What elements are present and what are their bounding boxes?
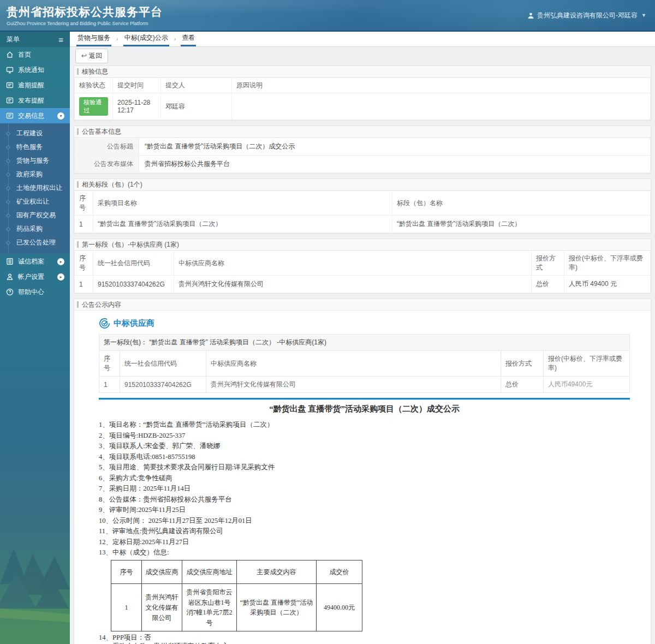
submenu-label: 国有产权交易 xyxy=(16,211,56,220)
monitor-icon xyxy=(5,66,14,74)
field-label: 公告标题 xyxy=(75,138,139,156)
user-name: 贵州弘典建设咨询有限公司-邓廷容 xyxy=(537,11,638,20)
sidebar-item-publish-reminder[interactable]: 发布提醒 xyxy=(0,93,70,108)
submenu-item-goods-services[interactable]: 货物与服务 xyxy=(0,154,70,168)
submenu-label: 工程建设 xyxy=(16,129,43,138)
sidebar-item-account-settings[interactable]: 帐户设置 ▸ xyxy=(0,269,70,284)
quote-value-cell: 人民币49400元 xyxy=(543,377,629,393)
column-header: 成交供应商地址 xyxy=(182,560,237,584)
publish-media-value: 贵州省招标投标公共服务平台 xyxy=(139,156,651,173)
sidebar-item-overdue-reminder[interactable]: 逾期提醒 xyxy=(0,77,70,93)
column-header: 成交供应商 xyxy=(142,560,182,584)
submenu-label: 土地使用权出让 xyxy=(16,183,62,193)
column-header: 采购项目名称 xyxy=(93,191,392,216)
sidebar-item-credit-archive[interactable]: 诚信档案 ▸ xyxy=(0,254,70,269)
column-header: 报价(中标价、下浮率或费率) xyxy=(543,351,629,377)
sidebar-item-home[interactable]: 首页 xyxy=(0,47,70,62)
breadcrumb-separator-icon: › xyxy=(174,35,176,42)
section-title: 核验信息 xyxy=(82,67,108,76)
submenu-item-engineering[interactable]: 工程建设 xyxy=(0,127,70,140)
sidebar-item-label: 首页 xyxy=(18,50,31,59)
submenu-label: 矿业权出让 xyxy=(16,197,49,206)
supplier-address-cell: 贵州省贵阳市云岩区东山巷1号消7幢1单元7层2号 xyxy=(182,584,237,631)
sidebar-item-label: 逾期提醒 xyxy=(18,81,44,90)
verify-section: 核验信息 核验状态 提交时间 提交人 原因说明 核验通过 2025-11-28 … xyxy=(74,65,651,121)
breadcrumb-award-notice[interactable]: 中标(成交)公示 xyxy=(123,31,169,46)
folder-icon xyxy=(5,81,14,90)
section-bar-icon xyxy=(77,241,79,248)
submenu-bullet-icon xyxy=(6,158,10,163)
breadcrumb: 货物与服务 › 中标(成交)公示 › 查看 xyxy=(70,32,655,47)
credit-code-cell: 91520103337404262G xyxy=(120,377,206,393)
announcement-document: “黔货出盘 直播带货”活动采购项目（二次）成交公示 1、项目名称：“黔货出盘 直… xyxy=(99,404,630,644)
submenu-item-special-services[interactable]: 特色服务 xyxy=(0,140,70,154)
notice-title-value: “黔货出盘 直播带货”活动采购项目（二次）成交公示 xyxy=(139,138,651,156)
sidebar-item-system-notice[interactable]: 系统通知 xyxy=(0,62,70,77)
doc-line-media: 8、公告媒体：贵州省招标投标公共服务平台 xyxy=(99,494,630,505)
page-content: 核验信息 核验状态 提交时间 提交人 原因说明 核验通过 2025-11-28 … xyxy=(70,64,655,644)
award-info-table: 序号 成交供应商 成交供应商地址 主要成交内容 成交价 1 贵州兴鸿轩文化传媒有… xyxy=(111,560,362,632)
hamburger-icon[interactable]: ≡ xyxy=(58,35,63,44)
breadcrumb-goods-services[interactable]: 货物与服务 xyxy=(76,31,111,46)
sidebar-item-label: 诚信档案 xyxy=(18,257,44,266)
submenu-label: 货物与服务 xyxy=(16,156,49,165)
quote-type-cell: 总价 xyxy=(501,377,543,393)
sidebar-item-trade-info[interactable]: 交易信息 ▾ xyxy=(0,108,70,123)
user-menu[interactable]: 贵州弘典建设咨询有限公司-邓廷容 ▼ xyxy=(527,11,646,20)
folder-icon xyxy=(5,112,14,120)
sidebar-nav: 首页 系统通知 逾期提醒 发布提醒 交易信息 ▾ xyxy=(0,47,70,300)
submenu-bullet-icon xyxy=(6,145,10,149)
doc-line-review-place: 11、评审地点:贵州弘典建设咨询有限公司 xyxy=(99,526,630,537)
winner-section-header: 第一标段（包）-中标供应商 (1家) xyxy=(74,239,651,251)
submenu-item-drug-procurement[interactable]: 药品采购 xyxy=(0,222,70,236)
index-cell: 1 xyxy=(99,377,120,393)
notice-content-header: 公告公示内容 xyxy=(74,299,651,311)
supplier-cell: 贵州兴鸿轩文化传媒有限公司 xyxy=(142,584,182,631)
table-row: 1 贵州兴鸿轩文化传媒有限公司 贵州省贵阳市云岩区东山巷1号消7幢1单元7层2号… xyxy=(111,584,362,631)
person-icon xyxy=(5,273,14,281)
column-header: 统一社会信用代码 xyxy=(120,351,206,377)
app-window: 贵州省招标投标公共服务平台 GuiZhou Province Tendering… xyxy=(0,0,655,644)
submenu-bullet-icon xyxy=(6,186,10,190)
sidebar-item-help-center[interactable]: 帮助中心 xyxy=(0,284,70,300)
notice-supplier-table: 第一标段(包)： “黔货出盘 直播带货” 活动采购项目（二次） -中标供应商(1… xyxy=(99,334,630,393)
submenu-item-state-property[interactable]: 国有产权交易 xyxy=(0,208,70,222)
section-name-cell: “黔货出盘 直播带货”活动采购项目（二次） xyxy=(392,216,651,233)
index-cell: 1 xyxy=(75,216,93,233)
verify-table: 核验状态 提交时间 提交人 原因说明 核验通过 2025-11-28 12:17… xyxy=(74,77,651,120)
table-row: 1 91520103337404262G 贵州兴鸿轩文化传媒有限公司 总价 人民… xyxy=(99,377,630,393)
column-header: 中标供应商名称 xyxy=(206,351,501,377)
submenu-bullet-icon xyxy=(6,131,10,135)
top-header: 贵州省招标投标公共服务平台 GuiZhou Province Tendering… xyxy=(0,0,655,32)
section-title: 第一标段（包）-中标供应商 (1家) xyxy=(82,240,179,249)
trade-submenu: 工程建设 特色服务 货物与服务 政府采购 土地使用权出让 矿业权出让 国有产权交… xyxy=(0,123,70,254)
doc-line-award-info: 13、中标（成交）信息: xyxy=(99,547,630,558)
doc-line-method: 6、采购方式:竞争性磋商 xyxy=(99,473,630,484)
doc-line-project-name: 1、项目名称：“黔货出盘 直播带货”活动采购项目（二次） xyxy=(99,420,630,431)
submenu-bullet-icon xyxy=(6,213,10,217)
column-header: 序号 xyxy=(111,560,142,584)
sidebar-item-label: 系统通知 xyxy=(18,65,44,75)
doc-line-contacts: 3、项目联系人:宋金委、郭广荣、潘晓娜 xyxy=(99,441,630,452)
basic-info-section-header: 公告基本信息 xyxy=(74,126,651,138)
basic-info-table: 公告标题 “黔货出盘 直播带货”活动采购项目（二次）成交公示 公告发布媒体 贵州… xyxy=(74,138,651,173)
submenu-item-published-notices[interactable]: 已发公告处理 xyxy=(0,236,70,249)
doc-line-award-date: 12、定标日期:2025年11月27日 xyxy=(99,537,630,548)
submenu-item-gov-procurement[interactable]: 政府采购 xyxy=(0,168,70,181)
quote-value-cell: 人民币 49400 元 xyxy=(564,276,651,293)
submit-time-cell: 2025-11-28 12:17 xyxy=(113,93,161,120)
award-price-cell: 49400.00元 xyxy=(317,584,362,631)
award-content-cell: “黔货出盘 直播带货”活动采购项目（二次） xyxy=(237,584,317,631)
submenu-item-mining-rights[interactable]: 矿业权出让 xyxy=(0,195,70,208)
back-button[interactable]: ↩ 返回 xyxy=(75,49,108,63)
doc-line-contact-phone: 4、项目联系电话:0851-85755198 xyxy=(99,452,630,463)
submenu-bullet-icon xyxy=(6,240,10,245)
doc-line-project-no: 2、项目编号:HDZB-2025-337 xyxy=(99,431,630,442)
submenu-label: 已发公告处理 xyxy=(16,238,56,247)
section-title: 公告基本信息 xyxy=(82,127,121,136)
submenu-item-land-use[interactable]: 土地使用权出让 xyxy=(0,181,70,195)
breadcrumb-view[interactable]: 查看 xyxy=(181,31,196,46)
target-check-icon xyxy=(99,318,110,329)
user-icon xyxy=(527,12,534,19)
submenu-bullet-icon xyxy=(6,226,10,231)
